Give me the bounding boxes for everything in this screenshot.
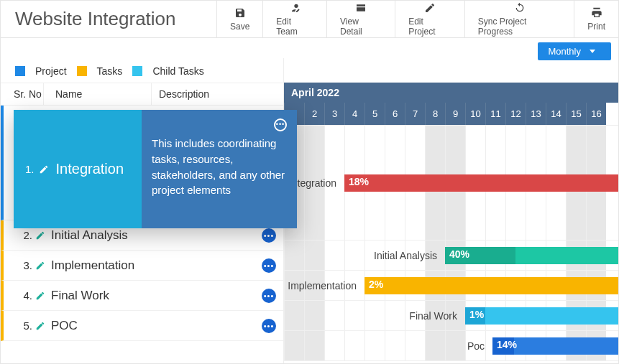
day-header-cell: 9 xyxy=(445,103,465,125)
day-header-cell: 8 xyxy=(425,103,445,125)
print-label: Print xyxy=(587,22,605,32)
save-icon xyxy=(234,7,246,19)
view-detail-button[interactable]: View Detail xyxy=(326,1,395,37)
column-headers: Sr. No Name Description xyxy=(1,83,283,106)
bar-pct: 14% xyxy=(497,339,517,350)
print-icon xyxy=(591,7,602,19)
legend-swatch-project xyxy=(15,66,25,76)
sync-label: Sync Project Progress xyxy=(478,17,561,37)
tooltip-name: Integration xyxy=(56,161,124,177)
bar-label: Final Work xyxy=(409,310,457,322)
app-root: Website Integration Save Edit Team View … xyxy=(0,0,619,364)
legend-swatch-tasks xyxy=(77,66,87,76)
gantt-bar[interactable]: 14% xyxy=(492,337,618,355)
gantt-bar[interactable]: 2% xyxy=(364,277,618,294)
more-icon[interactable]: ••• xyxy=(274,118,287,131)
col-sr: Sr. No xyxy=(1,83,44,105)
day-header-cell: 6 xyxy=(385,103,405,125)
legend-swatch-child xyxy=(132,66,142,76)
day-header-cell: 11 xyxy=(485,103,505,125)
day-header-cell: 7 xyxy=(405,103,425,125)
gantt-row: Implementation2% xyxy=(284,271,618,301)
card-icon xyxy=(355,2,367,14)
row-name: Initial Analysis xyxy=(51,228,262,243)
more-button[interactable]: ••• xyxy=(262,319,276,333)
col-name: Name xyxy=(44,83,152,105)
more-button[interactable]: ••• xyxy=(262,228,276,243)
day-header-cell: 4 xyxy=(344,103,364,125)
more-button[interactable]: ••• xyxy=(262,258,276,273)
bar-pct: 40% xyxy=(449,248,469,260)
chevron-down-icon xyxy=(590,50,595,53)
col-desc: Description xyxy=(152,83,283,105)
list-item[interactable]: 4.Final Work••• xyxy=(1,281,283,311)
gantt-row: Poc14% xyxy=(284,331,618,361)
day-header-cell: 13 xyxy=(526,103,546,125)
bar-pct: 1% xyxy=(469,309,484,320)
day-header-cell: 3 xyxy=(324,103,344,125)
edit-project-button[interactable]: Edit Project xyxy=(395,1,464,37)
view-detail-label: View Detail xyxy=(340,17,382,37)
gantt-row: Final Work1% xyxy=(284,301,618,331)
day-header-cell: 12 xyxy=(505,103,526,125)
row-name: Final Work xyxy=(51,289,262,303)
gantt-bar[interactable]: 40% xyxy=(445,247,618,264)
save-label: Save xyxy=(230,22,249,32)
page-title: Website Integration xyxy=(1,1,216,37)
tooltip-title-bar: 1. Integration xyxy=(14,110,142,228)
day-header-cell: 2 xyxy=(304,103,324,125)
sync-icon xyxy=(514,2,526,14)
gantt-rows: Integration18%Initial Analysis40%Impleme… xyxy=(284,126,618,361)
gantt-pane: April 2022 12345678910111213141516 Integ… xyxy=(284,83,618,363)
edit-team-label: Edit Team xyxy=(276,17,313,37)
tooltip-num: 1. xyxy=(25,163,35,175)
day-header-cell: 14 xyxy=(546,103,566,125)
day-header-cell: 15 xyxy=(566,103,586,125)
legend-label-tasks: Tasks xyxy=(97,65,123,77)
tooltip-desc-bar: ••• This includes coordinating tasks, re… xyxy=(142,110,297,228)
gantt-bar[interactable]: 18% xyxy=(344,174,618,192)
pencil-icon xyxy=(35,321,45,331)
day-header-cell: 5 xyxy=(364,103,385,125)
sync-button[interactable]: Sync Project Progress xyxy=(464,1,574,37)
legend-label-project: Project xyxy=(35,65,67,77)
toolbar: Save Edit Team View Detail Edit Project … xyxy=(216,1,618,37)
day-header-cell: 10 xyxy=(465,103,485,125)
tooltip-desc: This includes coordinating tasks, resour… xyxy=(152,136,285,198)
edit-team-button[interactable]: Edit Team xyxy=(262,1,326,37)
task-tooltip: 1. Integration ••• This includes coordin… xyxy=(14,110,297,228)
gantt-row: Integration18% xyxy=(284,126,618,241)
view-mode-label: Monthly xyxy=(548,46,581,57)
save-button[interactable]: Save xyxy=(216,1,262,37)
list-item[interactable]: 5.POC••• xyxy=(1,311,283,341)
view-mode-select[interactable]: Monthly xyxy=(538,42,611,60)
bar-label: Poc xyxy=(467,340,485,352)
row-num: 2. xyxy=(4,229,32,241)
list-item[interactable]: 3.Implementation••• xyxy=(1,251,283,281)
row-num: 5. xyxy=(4,319,32,332)
pencil-icon xyxy=(35,230,45,241)
header: Website Integration Save Edit Team View … xyxy=(1,1,618,38)
legend: Project Tasks Child Tasks xyxy=(1,58,284,83)
row-name: POC xyxy=(51,319,262,333)
row-num: 3. xyxy=(4,259,32,271)
pencil-icon xyxy=(424,2,436,14)
pencil-icon xyxy=(35,291,45,301)
gantt-bar[interactable]: 1% xyxy=(465,307,618,325)
more-button[interactable]: ••• xyxy=(262,289,276,303)
bar-label: Implementation xyxy=(288,280,357,291)
day-header: 12345678910111213141516 xyxy=(284,103,618,126)
row-name: Implementation xyxy=(51,258,262,273)
day-header-cell: 16 xyxy=(586,103,606,125)
edit-project-label: Edit Project xyxy=(408,17,451,37)
team-icon xyxy=(289,2,301,14)
bar-pct: 2% xyxy=(369,279,383,290)
bar-label: Initial Analysis xyxy=(374,250,437,261)
bar-pct: 18% xyxy=(349,176,369,187)
row-num: 4. xyxy=(4,289,32,302)
legend-label-child: Child Tasks xyxy=(152,65,203,77)
pencil-icon xyxy=(35,261,45,271)
month-header: April 2022 xyxy=(284,83,618,103)
gantt-grid: Integration18%Initial Analysis40%Impleme… xyxy=(284,126,618,361)
print-button[interactable]: Print xyxy=(574,1,618,37)
